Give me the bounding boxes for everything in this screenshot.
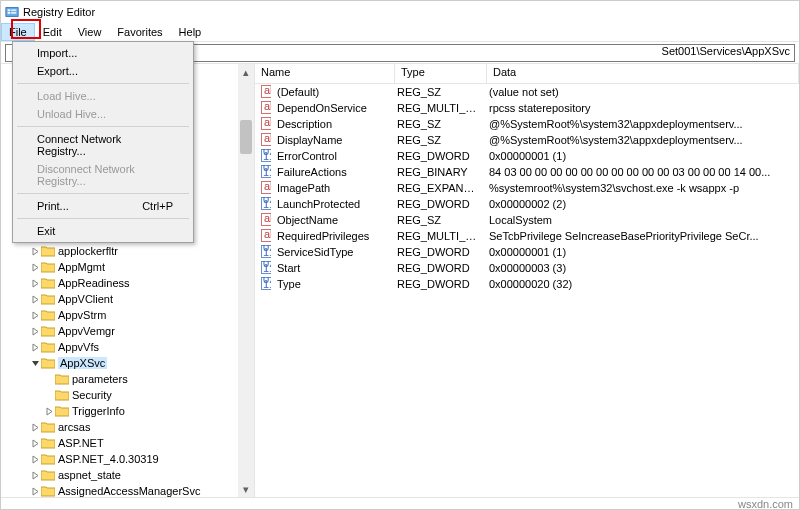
svg-text:ab: ab: [264, 85, 271, 96]
tree-item-aspnet-state[interactable]: aspnet_state: [1, 467, 254, 483]
menu-item-import[interactable]: Import...: [15, 44, 191, 62]
chevron-right-icon[interactable]: [29, 327, 41, 336]
value-data: rpcss staterepository: [483, 102, 799, 114]
menu-item-connect-network-registry[interactable]: Connect Network Registry...: [15, 130, 191, 160]
chevron-right-icon[interactable]: [29, 455, 41, 464]
string-value-icon: ab: [255, 213, 271, 228]
menu-bar: FileEditViewFavoritesHelp: [1, 23, 799, 42]
value-type: REG_MULTI_SZ: [391, 230, 483, 242]
string-value-icon: ab: [255, 133, 271, 148]
value-data: 0x00000001 (1): [483, 150, 799, 162]
chevron-right-icon[interactable]: [29, 423, 41, 432]
tree-item-appvstrm[interactable]: AppvStrm: [1, 307, 254, 323]
value-row[interactable]: 011110FailureActionsREG_BINARY84 03 00 0…: [255, 164, 799, 180]
col-type[interactable]: Type: [395, 64, 487, 83]
chevron-down-icon[interactable]: [29, 359, 41, 368]
value-type: REG_DWORD: [391, 246, 483, 258]
tree-item-asp-net[interactable]: ASP.NET: [1, 435, 254, 451]
binary-value-icon: 011110: [255, 261, 271, 276]
menu-favorites[interactable]: Favorites: [109, 23, 170, 41]
menu-item-exit[interactable]: Exit: [15, 222, 191, 240]
chevron-right-icon[interactable]: [29, 471, 41, 480]
tree-item-appmgmt[interactable]: AppMgmt: [1, 259, 254, 275]
scroll-thumb[interactable]: [240, 120, 252, 154]
value-row[interactable]: abObjectNameREG_SZLocalSystem: [255, 212, 799, 228]
value-data: 0x00000002 (2): [483, 198, 799, 210]
binary-value-icon: 011110: [255, 165, 271, 180]
folder-icon: [41, 341, 55, 353]
value-name: Description: [271, 118, 391, 130]
tree-item-appvvemgr[interactable]: AppvVemgr: [1, 323, 254, 339]
folder-icon: [55, 405, 69, 417]
folder-icon: [41, 325, 55, 337]
menu-item-export[interactable]: Export...: [15, 62, 191, 80]
svg-text:110: 110: [263, 246, 271, 258]
col-data[interactable]: Data: [487, 64, 799, 83]
value-row[interactable]: 011110ErrorControlREG_DWORD0x00000001 (1…: [255, 148, 799, 164]
chevron-right-icon[interactable]: [29, 311, 41, 320]
value-name: LaunchProtected: [271, 198, 391, 210]
chevron-right-icon[interactable]: [29, 263, 41, 272]
chevron-right-icon[interactable]: [29, 295, 41, 304]
value-type: REG_BINARY: [391, 166, 483, 178]
list-pane: Name Type Data ab(Default)REG_SZ(value n…: [255, 64, 799, 497]
value-data: LocalSystem: [483, 214, 799, 226]
scroll-up-icon[interactable]: ▴: [238, 64, 254, 80]
value-name: (Default): [271, 86, 391, 98]
value-type: REG_DWORD: [391, 150, 483, 162]
svg-text:ab: ab: [264, 101, 271, 112]
value-row[interactable]: abDisplayNameREG_SZ@%SystemRoot%\system3…: [255, 132, 799, 148]
tree-item-parameters[interactable]: parameters: [1, 371, 254, 387]
tree-item-assignedaccessmanagersvc[interactable]: AssignedAccessManagerSvc: [1, 483, 254, 497]
chevron-right-icon[interactable]: [29, 439, 41, 448]
svg-text:ab: ab: [264, 117, 271, 128]
value-name: Start: [271, 262, 391, 274]
value-name: FailureActions: [271, 166, 391, 178]
scroll-down-icon[interactable]: ▾: [238, 481, 254, 497]
tree-item-label: ASP.NET: [58, 437, 104, 449]
value-row[interactable]: 011110TypeREG_DWORD0x00000020 (32): [255, 276, 799, 292]
string-value-icon: ab: [255, 101, 271, 116]
menu-item-load-hive: Load Hive...: [15, 87, 191, 105]
tree-item-triggerinfo[interactable]: TriggerInfo: [1, 403, 254, 419]
value-type: REG_DWORD: [391, 262, 483, 274]
value-type: REG_SZ: [391, 214, 483, 226]
tree-item-arcsas[interactable]: arcsas: [1, 419, 254, 435]
col-name[interactable]: Name: [255, 64, 395, 83]
tree-item-label: AssignedAccessManagerSvc: [58, 485, 200, 497]
value-row[interactable]: 011110ServiceSidTypeREG_DWORD0x00000001 …: [255, 244, 799, 260]
value-type: REG_EXPAND_SZ: [391, 182, 483, 194]
chevron-right-icon[interactable]: [29, 279, 41, 288]
value-row[interactable]: abDependOnServiceREG_MULTI_SZrpcss state…: [255, 100, 799, 116]
tree-item-label: parameters: [72, 373, 128, 385]
menu-edit[interactable]: Edit: [35, 23, 70, 41]
menu-view[interactable]: View: [70, 23, 110, 41]
value-row[interactable]: abRequiredPrivilegesREG_MULTI_SZSeTcbPri…: [255, 228, 799, 244]
menu-file[interactable]: File: [1, 23, 35, 41]
value-row[interactable]: 011110StartREG_DWORD0x00000003 (3): [255, 260, 799, 276]
tree-scrollbar[interactable]: ▴ ▾: [238, 64, 254, 497]
tree-item-applockerfltr[interactable]: applockerfltr: [1, 243, 254, 259]
menu-separator: [17, 193, 189, 194]
tree-item-appxsvc[interactable]: AppXSvc: [1, 355, 254, 371]
menu-help[interactable]: Help: [171, 23, 210, 41]
value-name: ImagePath: [271, 182, 391, 194]
value-row[interactable]: abDescriptionREG_SZ@%SystemRoot%\system3…: [255, 116, 799, 132]
value-row[interactable]: abImagePathREG_EXPAND_SZ%systemroot%\sys…: [255, 180, 799, 196]
chevron-right-icon[interactable]: [29, 247, 41, 256]
tree-item-asp-net-4-0-30319[interactable]: ASP.NET_4.0.30319: [1, 451, 254, 467]
chevron-right-icon[interactable]: [43, 407, 55, 416]
value-data: 0x00000003 (3): [483, 262, 799, 274]
tree-item-security[interactable]: Security: [1, 387, 254, 403]
value-row[interactable]: 011110LaunchProtectedREG_DWORD0x00000002…: [255, 196, 799, 212]
chevron-right-icon[interactable]: [29, 487, 41, 496]
tree-item-appvclient[interactable]: AppVClient: [1, 291, 254, 307]
svg-rect-2: [8, 12, 11, 14]
tree-item-appreadiness[interactable]: AppReadiness: [1, 275, 254, 291]
value-row[interactable]: ab(Default)REG_SZ(value not set): [255, 84, 799, 100]
tree-item-appvvfs[interactable]: AppvVfs: [1, 339, 254, 355]
chevron-right-icon[interactable]: [29, 343, 41, 352]
value-name: RequiredPrivileges: [271, 230, 391, 242]
svg-rect-3: [11, 9, 16, 11]
menu-item-print[interactable]: Print...Ctrl+P: [15, 197, 191, 215]
